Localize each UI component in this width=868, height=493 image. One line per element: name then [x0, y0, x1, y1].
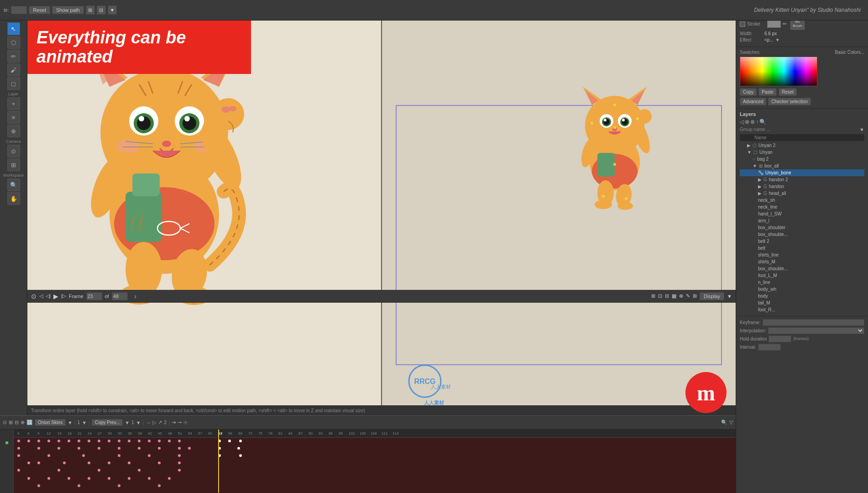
frame-nav-prev[interactable]: ◁	[39, 293, 43, 299]
copy-preview-button[interactable]: Copy Prev...	[92, 419, 123, 426]
kf-dot[interactable]	[47, 454, 50, 457]
group-dropdown[interactable]: ▼	[859, 127, 864, 132]
kf-dot[interactable]	[168, 440, 171, 442]
audio-icon[interactable]: ♪	[134, 294, 137, 299]
tl-dropdown-3[interactable]: ▼	[125, 420, 130, 425]
tl-icon-3[interactable]: ⊟	[15, 420, 19, 425]
tl-icon-move1[interactable]: ⇥	[172, 420, 176, 425]
tl-icon-1[interactable]: ⊙	[3, 420, 7, 425]
paste-color-button[interactable]: Paste	[758, 88, 777, 96]
checker-selection-button[interactable]: Checker selection	[768, 98, 810, 105]
layer-icon-1[interactable]: ◁	[740, 119, 744, 125]
kf-dot[interactable]	[78, 484, 80, 487]
tl-filter-icon[interactable]: ▽	[729, 420, 733, 425]
kf-dot[interactable]	[228, 440, 231, 442]
tl-icon-4[interactable]: ⊕	[21, 420, 25, 425]
kf-dot[interactable]	[108, 440, 110, 442]
layer-row-tailm[interactable]: tail_M	[740, 299, 864, 306]
layer-row-arml[interactable]: arm_l	[740, 217, 864, 224]
tool-brush[interactable]: 🖌	[7, 63, 20, 76]
layer-row-handlsw[interactable]: hand_l_SW	[740, 210, 864, 217]
kf-dot[interactable]	[138, 447, 141, 450]
layer-row-nline[interactable]: n_line	[740, 279, 864, 286]
kf-dot[interactable]	[47, 477, 50, 480]
kf-dot[interactable]	[168, 477, 171, 480]
kf-dot[interactable]	[188, 447, 191, 450]
kf-dot[interactable]	[148, 477, 151, 480]
layer-row-necksh[interactable]: neck_sh	[740, 197, 864, 204]
kf-dot[interactable]	[17, 469, 20, 472]
kf-dot[interactable]	[118, 447, 120, 450]
tl-dropdown-1[interactable]: ▼	[68, 420, 73, 425]
tl-search-icon[interactable]: 🔍	[721, 420, 727, 425]
kf-dot[interactable]	[27, 440, 30, 442]
toolbar-icon-2[interactable]: ⊟	[97, 5, 106, 15]
layer-row-bag2[interactable]: ○ bag 2	[740, 156, 864, 163]
kf-dot[interactable]	[178, 462, 181, 464]
layer-row-neckline[interactable]: neck_line	[740, 204, 864, 210]
advanced-button[interactable]: Advanced	[740, 98, 766, 105]
kf-dot[interactable]	[82, 454, 85, 457]
toolbar-dropdown[interactable]: ▼	[108, 5, 117, 15]
kf-dot[interactable]	[37, 484, 40, 487]
stroke-color-swatch[interactable]	[767, 21, 781, 28]
layer-icon-3[interactable]: ⊗	[750, 119, 755, 125]
kf-dot[interactable]	[148, 440, 151, 442]
kf-dot[interactable]	[58, 447, 60, 450]
kf-dot[interactable]	[128, 462, 131, 464]
tool-node[interactable]: ⬡	[7, 36, 20, 49]
kf-dot[interactable]	[118, 454, 120, 457]
kf-dot[interactable]	[68, 477, 70, 480]
kf-dot[interactable]	[128, 477, 131, 480]
reset-color-button[interactable]: Reset	[779, 88, 797, 96]
kf-dot[interactable]	[17, 454, 20, 457]
kf-dot[interactable]	[178, 440, 181, 442]
tool-ws-1[interactable]: 🔍	[7, 178, 20, 191]
kf-dot[interactable]	[108, 477, 110, 480]
tool-pencil[interactable]: ✏	[7, 50, 20, 63]
layer-icon-4[interactable]: ↑	[756, 119, 758, 125]
kf-dot[interactable]	[178, 454, 181, 457]
timeline-icon-6[interactable]: ✎	[686, 293, 690, 299]
kf-dot[interactable]	[158, 447, 161, 450]
interval-input[interactable]	[758, 344, 781, 351]
kf-dot[interactable]	[98, 440, 100, 442]
kf-dot[interactable]	[68, 440, 70, 442]
kf-dot[interactable]	[148, 454, 151, 457]
kf-dot[interactable]	[128, 440, 131, 442]
layer-row-boxshoulder3[interactable]: box_shoulde...	[740, 265, 864, 272]
layer-row-footlm[interactable]: foot_L_M	[740, 272, 864, 279]
kf-dot[interactable]	[27, 477, 30, 480]
layer-row-handon[interactable]: ▶ G handon	[740, 183, 864, 190]
tool-layer-2[interactable]: ≡	[7, 111, 20, 124]
layer-row-headall[interactable]: ▶ G head_all	[740, 190, 864, 197]
frame-nav-next-key[interactable]: |▷	[61, 293, 66, 299]
effect-dropdown[interactable]: ▼	[775, 37, 780, 42]
layer-row-boxshoulder2[interactable]: box_shoulde...	[740, 231, 864, 238]
hold-duration-input[interactable]	[769, 336, 791, 342]
kf-dot[interactable]	[218, 454, 221, 457]
kf-dot[interactable]	[98, 469, 100, 472]
layer-row-footr[interactable]: foot_R...	[740, 306, 864, 313]
kf-dot[interactable]	[58, 440, 60, 442]
layer-row-unyanbone[interactable]: 🦴 Unyan_bone	[740, 169, 864, 176]
layer-row-shirtsm[interactable]: shirts_M	[740, 258, 864, 265]
layer-icon-2[interactable]: ⊕	[745, 119, 749, 125]
kf-dot[interactable]	[78, 447, 80, 450]
timeline-icon-3[interactable]: ⊟	[665, 293, 669, 299]
layer-row-body[interactable]: body	[740, 293, 864, 299]
frame-nav-icon-1[interactable]: ⊙	[31, 293, 37, 300]
tl-icon-move3[interactable]: ⊹	[183, 420, 188, 425]
kf-dot[interactable]	[27, 462, 30, 464]
frame-nav-prev-key[interactable]: ◁|	[46, 293, 51, 299]
timeline-icon-1[interactable]: ⊞	[651, 293, 655, 299]
kf-dot[interactable]	[178, 447, 181, 450]
kf-dot[interactable]	[158, 484, 161, 487]
keyframe-value-input[interactable]	[763, 319, 864, 326]
tool-erase[interactable]: ◻	[7, 77, 20, 90]
kf-dot[interactable]	[88, 440, 90, 442]
display-dropdown[interactable]: ▼	[727, 294, 732, 299]
tool-pointer[interactable]: ↖	[7, 22, 20, 35]
interpolation-select[interactable]	[768, 327, 864, 334]
kf-dot[interactable]	[37, 440, 40, 442]
